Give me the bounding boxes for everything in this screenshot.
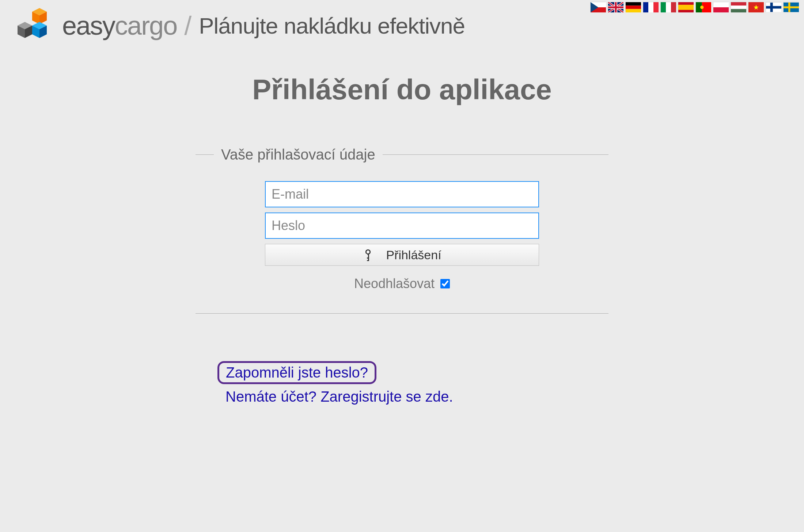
- forgot-password-link[interactable]: Zapomněli jste heslo?: [226, 364, 368, 380]
- svg-rect-28: [713, 7, 729, 12]
- email-field[interactable]: [265, 181, 539, 207]
- svg-rect-38: [784, 6, 799, 8]
- svg-rect-19: [661, 2, 666, 12]
- svg-rect-20: [666, 2, 671, 12]
- brand-easy: easy: [62, 11, 115, 40]
- svg-rect-23: [678, 5, 694, 10]
- svg-point-26: [700, 5, 704, 9]
- key-icon: [363, 249, 375, 261]
- flag-cz[interactable]: [590, 2, 606, 12]
- brand-cargo: cargo: [115, 11, 177, 40]
- flag-de[interactable]: [625, 2, 641, 12]
- svg-rect-21: [671, 2, 676, 12]
- language-flags: [590, 2, 799, 12]
- remember-row: Neodhlašovat: [354, 276, 450, 291]
- links-area: Zapomněli jste heslo? Nemáte účet? Zareg…: [196, 361, 608, 405]
- login-form: Přihlášení Neodhlašovat: [196, 174, 608, 302]
- logo-icon: [11, 7, 58, 44]
- divider: [196, 313, 608, 314]
- flag-se[interactable]: [783, 2, 799, 12]
- fieldset-line-right: [383, 154, 608, 155]
- register-link[interactable]: Nemáte účet? Zaregistrujte se zde.: [225, 389, 608, 405]
- flag-gb[interactable]: [608, 2, 623, 12]
- flag-it[interactable]: [660, 2, 676, 12]
- remember-checkbox[interactable]: [440, 279, 450, 288]
- logo-area: easycargo: [11, 7, 177, 44]
- page-title: Přihlášení do aplikace: [0, 73, 804, 106]
- password-field[interactable]: [265, 213, 539, 239]
- flag-vn[interactable]: [748, 2, 763, 12]
- login-button-label: Přihlášení: [386, 248, 441, 262]
- flag-fi[interactable]: [766, 2, 781, 12]
- svg-rect-14: [626, 5, 641, 9]
- svg-rect-18: [653, 2, 659, 12]
- header-separator: /: [184, 11, 191, 41]
- fieldset-line-left: [196, 154, 214, 155]
- flag-pt[interactable]: [695, 2, 711, 12]
- flag-fr[interactable]: [643, 2, 658, 12]
- svg-rect-16: [643, 2, 648, 12]
- forgot-password-highlight: Zapomněli jste heslo?: [217, 361, 376, 384]
- flag-pl[interactable]: [713, 2, 728, 12]
- main-content: Přihlášení do aplikace Vaše přihlašovací…: [0, 51, 804, 405]
- svg-rect-13: [626, 2, 641, 5]
- svg-rect-35: [766, 6, 781, 9]
- svg-rect-29: [731, 2, 746, 5]
- svg-rect-36: [770, 3, 773, 12]
- login-container: Vaše přihlašovací údaje Přihlášení Neodh…: [196, 146, 608, 405]
- flag-es[interactable]: [678, 2, 693, 12]
- fieldset-label: Vaše přihlašovací údaje: [214, 146, 383, 163]
- fieldset-header: Vaše přihlašovací údaje: [196, 146, 608, 163]
- svg-rect-31: [731, 9, 746, 12]
- svg-rect-17: [648, 2, 653, 12]
- tagline: Plánujte nakládku efektivně: [199, 13, 465, 39]
- remember-label: Neodhlašovat: [354, 276, 435, 291]
- svg-rect-27: [713, 2, 729, 7]
- login-button[interactable]: Přihlášení: [265, 244, 539, 266]
- flag-hu[interactable]: [731, 2, 746, 12]
- header: easycargo / Plánujte nakládku efektivně: [0, 0, 804, 51]
- brand-name: easycargo: [62, 11, 177, 41]
- svg-rect-39: [788, 3, 790, 12]
- svg-rect-30: [731, 5, 746, 9]
- svg-rect-15: [626, 9, 641, 12]
